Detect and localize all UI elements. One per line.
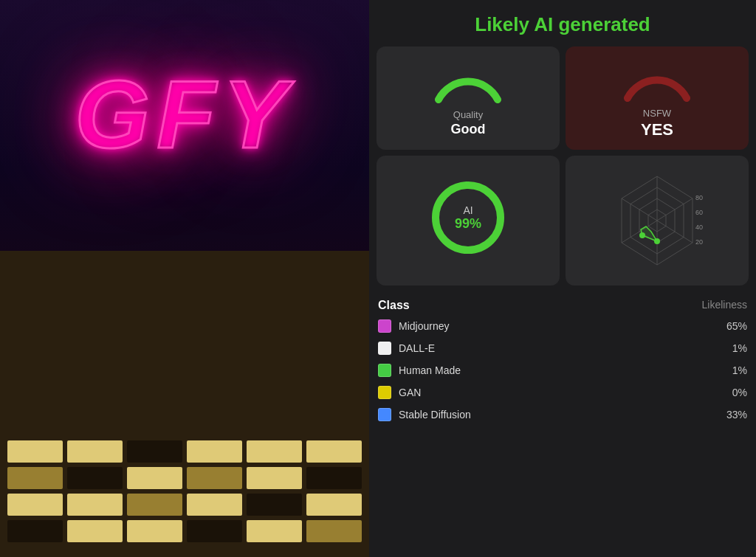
ai-percent: 99%: [455, 216, 481, 232]
class-table: Class Likeliness Midjourney 65% DALL-E 1…: [369, 291, 756, 557]
svg-text:40: 40: [695, 224, 703, 231]
nsfw-value: YES: [641, 120, 673, 139]
class-percent: 33%: [726, 409, 747, 421]
quality-card: Quality Good: [377, 46, 560, 150]
class-name: Human Made: [399, 364, 732, 376]
class-percent: 0%: [732, 387, 747, 398]
class-color-dot: [378, 386, 391, 399]
building-windows: [7, 440, 362, 542]
nsfw-label: NSFW: [643, 108, 671, 119]
class-color-dot: [378, 342, 391, 355]
ai-card: AI 99%: [377, 156, 560, 286]
class-percent: 1%: [732, 364, 747, 376]
image-panel: GFY: [0, 0, 369, 557]
svg-text:80: 80: [695, 194, 703, 201]
nsfw-card: NSFW YES: [566, 46, 749, 150]
result-title: Likely AI generated: [384, 13, 741, 36]
result-header: Likely AI generated: [369, 0, 756, 46]
radar-chart: 80 60 40 20: [598, 162, 716, 280]
svg-text:60: 60: [695, 209, 703, 216]
right-panel: Likely AI generated Quality Good: [369, 0, 756, 557]
svg-marker-15: [641, 226, 657, 241]
class-color-dot: [378, 364, 391, 377]
class-name: DALL-E: [399, 342, 732, 354]
metrics-grid: Quality Good NSFW YES: [369, 46, 756, 291]
class-percent: 65%: [726, 320, 747, 332]
class-color-dot: [378, 408, 391, 421]
list-item: Stable Diffusion 33%: [378, 408, 747, 421]
class-name: Stable Diffusion: [399, 409, 726, 421]
ai-donut: AI 99%: [427, 177, 509, 258]
list-item: Midjourney 65%: [378, 319, 747, 333]
list-item: DALL-E 1%: [378, 342, 747, 355]
ai-label: AI: [455, 204, 481, 216]
neon-sign-text: GFY: [75, 59, 294, 170]
nsfw-gauge: [620, 58, 694, 102]
class-percent: 1%: [732, 342, 747, 354]
ai-donut-center: AI 99%: [455, 204, 481, 232]
likeliness-column-header: Likeliness: [702, 299, 747, 312]
svg-text:20: 20: [695, 238, 703, 246]
quality-label: Quality: [453, 109, 483, 120]
class-rows: Midjourney 65% DALL-E 1% Human Made 1% G…: [378, 319, 747, 421]
class-name: GAN: [399, 387, 732, 398]
class-table-header: Class Likeliness: [378, 299, 747, 312]
list-item: Human Made 1%: [378, 364, 747, 377]
quality-value: Good: [451, 122, 486, 137]
class-name: Midjourney: [399, 320, 726, 332]
list-item: GAN 0%: [378, 386, 747, 399]
quality-gauge: [431, 59, 505, 103]
radar-card: 80 60 40 20: [566, 156, 749, 286]
class-column-header: Class: [378, 299, 410, 312]
building-facade: [0, 251, 369, 557]
class-color-dot: [378, 319, 391, 333]
